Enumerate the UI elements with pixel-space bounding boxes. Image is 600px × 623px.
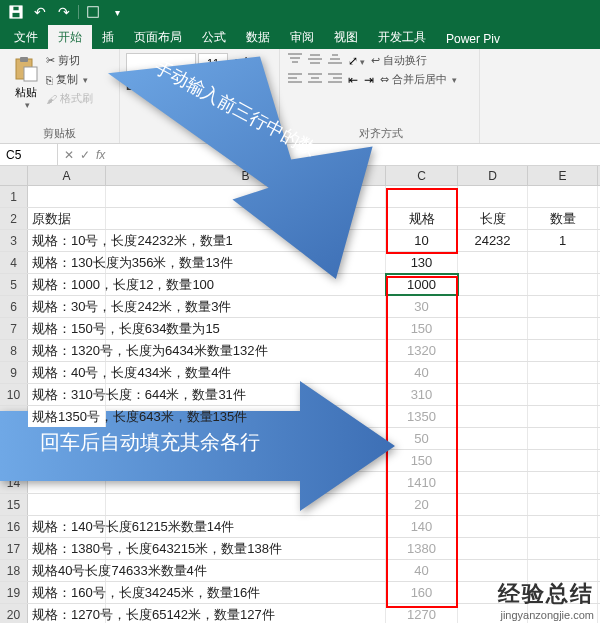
cell-A11[interactable]: 规格1350号，长度643米，数量135件 [28, 406, 106, 427]
cell-A5[interactable]: 规格：1000，长度12，数量100 [28, 274, 106, 295]
tab-data[interactable]: 数据 [236, 25, 280, 49]
cell-A9[interactable]: 规格：40号，长度434米，数量4件 [28, 362, 106, 383]
col-header-E[interactable]: E [528, 166, 598, 185]
tab-home[interactable]: 开始 [48, 25, 92, 49]
row-header[interactable]: 20 [0, 604, 28, 623]
cell-E7[interactable] [528, 318, 598, 339]
cell-D11[interactable] [458, 406, 528, 427]
cell-E13[interactable] [528, 450, 598, 471]
cell-E5[interactable] [528, 274, 598, 295]
cell-E8[interactable] [528, 340, 598, 361]
redo-icon[interactable]: ↷ [56, 4, 72, 20]
cell-D12[interactable] [458, 428, 528, 449]
fx-cancel-icon[interactable]: ✕ [64, 148, 74, 162]
cell-A18[interactable]: 规格40号长度74633米数量4件 [28, 560, 106, 581]
format-painter-button[interactable]: 🖌格式刷 [46, 91, 93, 106]
cell-A3[interactable]: 规格：10号，长度24232米，数量1 [28, 230, 106, 251]
cell-E10[interactable] [528, 384, 598, 405]
cell-A1[interactable] [28, 186, 106, 207]
cell-D6[interactable] [458, 296, 528, 317]
cell-E12[interactable] [528, 428, 598, 449]
cell-D13[interactable] [458, 450, 528, 471]
cell-C8[interactable]: 1320 [386, 340, 458, 361]
cut-button[interactable]: ✂剪切 [46, 53, 93, 68]
undo-icon[interactable]: ↶ [32, 4, 48, 20]
row-header[interactable]: 7 [0, 318, 28, 339]
cell-D2[interactable]: 长度 [458, 208, 528, 229]
row-header[interactable]: 19 [0, 582, 28, 603]
row-header[interactable]: 5 [0, 274, 28, 295]
cell-E2[interactable]: 数量 [528, 208, 598, 229]
cell-A10[interactable]: 规格：310号长度：644米，数量31件 [28, 384, 106, 405]
cell-E3[interactable]: 1 [528, 230, 598, 251]
tab-developer[interactable]: 开发工具 [368, 25, 436, 49]
copy-button[interactable]: ⎘复制▾ [46, 72, 93, 87]
save-icon[interactable] [8, 4, 24, 20]
cell-C17[interactable]: 1380 [386, 538, 458, 559]
tab-insert[interactable]: 插 [92, 25, 124, 49]
cell-C9[interactable]: 40 [386, 362, 458, 383]
cell-D14[interactable] [458, 472, 528, 493]
cell-A17[interactable]: 规格：1380号，长度643215米，数量138件 [28, 538, 106, 559]
cell-A4[interactable]: 规格：130长度为356米，数量13件 [28, 252, 106, 273]
cell-D1[interactable] [458, 186, 528, 207]
cell-A8[interactable]: 规格：1320号，长度为6434米数量132件 [28, 340, 106, 361]
cell-E16[interactable] [528, 516, 598, 537]
cell-A2[interactable]: 原数据 [28, 208, 106, 229]
cell-A6[interactable]: 规格：30号，长度242米，数量3件 [28, 296, 106, 317]
row-header[interactable]: 17 [0, 538, 28, 559]
cell-C20[interactable]: 1270 [386, 604, 458, 623]
cell-E15[interactable] [528, 494, 598, 515]
select-all-corner[interactable] [0, 166, 28, 185]
cell-E1[interactable] [528, 186, 598, 207]
cell-E6[interactable] [528, 296, 598, 317]
cell-E14[interactable] [528, 472, 598, 493]
row-header[interactable]: 2 [0, 208, 28, 229]
row-header[interactable]: 1 [0, 186, 28, 207]
spreadsheet-grid[interactable]: A B C D E 12原数据规格长度数量3规格：10号，长度24232米，数量… [0, 166, 600, 623]
cell-D3[interactable]: 24232 [458, 230, 528, 251]
tab-powerpivot[interactable]: Power Piv [436, 28, 510, 49]
cell-E11[interactable] [528, 406, 598, 427]
fx-confirm-icon[interactable]: ✓ [80, 148, 90, 162]
col-header-A[interactable]: A [28, 166, 106, 185]
cell-E18[interactable] [528, 560, 598, 581]
cell-C18[interactable]: 40 [386, 560, 458, 581]
cell-D9[interactable] [458, 362, 528, 383]
row-header[interactable]: 16 [0, 516, 28, 537]
row-header[interactable]: 9 [0, 362, 28, 383]
row-header[interactable]: 8 [0, 340, 28, 361]
cell-C7[interactable]: 150 [386, 318, 458, 339]
row-header[interactable]: 4 [0, 252, 28, 273]
cell-C16[interactable]: 140 [386, 516, 458, 537]
cell-E9[interactable] [528, 362, 598, 383]
cell-D7[interactable] [458, 318, 528, 339]
tab-view[interactable]: 视图 [324, 25, 368, 49]
touch-mode-icon[interactable] [85, 4, 101, 20]
col-header-D[interactable]: D [458, 166, 528, 185]
name-box[interactable]: C5 [0, 144, 58, 165]
cell-C6[interactable]: 30 [386, 296, 458, 317]
paste-button[interactable]: 粘贴 ▾ [6, 51, 46, 124]
cell-D15[interactable] [458, 494, 528, 515]
row-header[interactable]: 18 [0, 560, 28, 581]
tab-page-layout[interactable]: 页面布局 [124, 25, 192, 49]
row-header[interactable]: 3 [0, 230, 28, 251]
qat-more-icon[interactable]: ▾ [109, 4, 125, 20]
row-header[interactable]: 6 [0, 296, 28, 317]
cell-D17[interactable] [458, 538, 528, 559]
cell-D8[interactable] [458, 340, 528, 361]
cell-D5[interactable] [458, 274, 528, 295]
cell-E17[interactable] [528, 538, 598, 559]
tab-review[interactable]: 审阅 [280, 25, 324, 49]
cell-D16[interactable] [458, 516, 528, 537]
cell-D18[interactable] [458, 560, 528, 581]
cell-A7[interactable]: 规格：150号，长度634数量为15 [28, 318, 106, 339]
cell-C19[interactable]: 160 [386, 582, 458, 603]
cell-E4[interactable] [528, 252, 598, 273]
cell-D10[interactable] [458, 384, 528, 405]
cell-D4[interactable] [458, 252, 528, 273]
cell-A16[interactable]: 规格：140号长度61215米数量14件 [28, 516, 106, 537]
cell-A19[interactable]: 规格：160号，长度34245米，数量16件 [28, 582, 106, 603]
tab-file[interactable]: 文件 [4, 25, 48, 49]
